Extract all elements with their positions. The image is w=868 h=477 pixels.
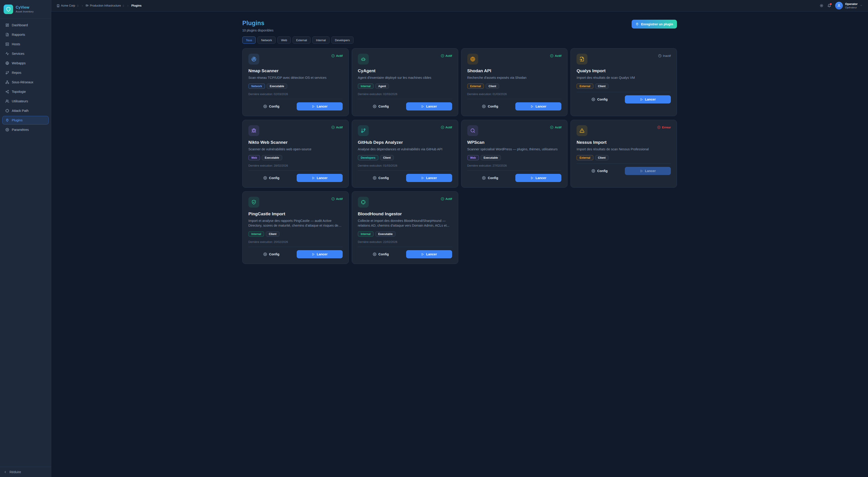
plugin-tag-executable: Executable: [262, 155, 282, 160]
plugin-tag-client: Client: [380, 155, 394, 160]
launch-button[interactable]: Lancer: [625, 95, 671, 103]
launch-button[interactable]: Lancer: [406, 250, 452, 258]
launch-button[interactable]: Lancer: [297, 174, 343, 182]
launch-button[interactable]: Lancer: [515, 102, 561, 110]
report-icon: [5, 33, 9, 36]
launch-button[interactable]: Lancer: [297, 102, 343, 110]
filter-chip-label: External: [296, 38, 307, 42]
app-tagline: Asset Inventory: [16, 10, 34, 13]
config-button[interactable]: Config: [358, 174, 404, 182]
sidebar: CyView Asset Inventory DashboardRapports…: [0, 0, 51, 477]
robot-icon: [361, 57, 366, 62]
filter-chip-web[interactable]: Web: [277, 36, 291, 44]
sidebar-item-repos[interactable]: Repos: [2, 68, 49, 77]
breadcrumb-separator: [127, 4, 129, 7]
config-button[interactable]: Config: [577, 167, 623, 175]
plugin-tags: InternalExecutable: [358, 231, 452, 237]
play-icon: [640, 170, 643, 172]
user-menu[interactable]: Operator Opérateur: [835, 2, 863, 9]
plugin-last-run: Dernière exécution: 01/03/2026: [358, 164, 452, 167]
filter-chip-label: Network: [261, 38, 272, 42]
plugin-status-label: Actif: [445, 197, 452, 201]
config-button[interactable]: Config: [467, 174, 513, 182]
filter-chip-internal[interactable]: Internal: [312, 36, 329, 44]
card-divider: [358, 170, 452, 171]
plugin-tag-client: Client: [595, 155, 609, 160]
plugin-status-label: Actif: [336, 126, 343, 129]
plugin-card-nessus-import: ErreurNessus ImportImport des résultats …: [570, 120, 677, 188]
plugin-card-qualys-import: InactifQualys ImportImport des résultats…: [570, 48, 677, 116]
gear-icon: [373, 105, 376, 108]
plugin-status-badge: Actif: [441, 54, 452, 58]
sidebar-item-topologie[interactable]: Topologie: [2, 88, 49, 96]
sidebar-item-dashboard[interactable]: Dashboard: [2, 21, 49, 29]
plugin-card-wpscan: ActifWPScanScanner spécialisé WordPress …: [461, 120, 568, 188]
launch-button[interactable]: Lancer: [625, 167, 671, 175]
git-branch-icon: [361, 128, 366, 133]
plug-icon: [636, 23, 639, 26]
play-icon: [312, 253, 315, 256]
sidebar-item-label: Repos: [12, 71, 21, 74]
config-button[interactable]: Config: [358, 250, 404, 258]
launch-button[interactable]: Lancer: [297, 250, 343, 258]
sidebar-item-services[interactable]: Services: [2, 49, 49, 58]
play-icon: [312, 177, 315, 179]
sidebar-item-utilisateurs[interactable]: Utilisateurs: [2, 97, 49, 105]
breadcrumb-item-production-infrastructure[interactable]: Production Infrastructure: [86, 4, 125, 7]
filter-chip-network[interactable]: Network: [257, 36, 276, 44]
plugin-description: Scanner spécialisé WordPress — plugins, …: [467, 147, 562, 152]
card-divider: [248, 99, 343, 99]
check-circle-icon: [550, 54, 553, 58]
plugin-name: Nikto Web Scanner: [248, 140, 343, 145]
sidebar-item-attack-path[interactable]: Attack Path: [2, 106, 49, 115]
clock-icon: [658, 54, 661, 58]
page-title: Plugins: [242, 20, 274, 27]
config-button[interactable]: Config: [248, 174, 294, 182]
sidebar-item-sous-reseaux[interactable]: Sous-Réseaux: [2, 78, 49, 87]
plugin-description: Scanner de vulnérabilités web open-sourc…: [248, 147, 343, 152]
sidebar-item-hosts[interactable]: Hosts: [2, 40, 49, 48]
plugin-tag-internal: Internal: [358, 231, 373, 237]
gear-icon: [482, 176, 486, 180]
notifications-button[interactable]: [828, 4, 831, 7]
filter-chip-external[interactable]: External: [292, 36, 311, 44]
app-name: CyView: [16, 5, 34, 10]
breadcrumb-label: Acme Corp: [61, 4, 75, 7]
plugin-status-label: Actif: [555, 126, 561, 129]
plugin-icon-tile: [358, 125, 369, 136]
plugin-name: CyAgent: [358, 68, 452, 73]
sidebar-item-label: Paramètres: [12, 128, 29, 132]
plugin-name: WPScan: [467, 140, 562, 145]
sidebar-item-plugins[interactable]: Plugins: [2, 116, 49, 125]
chevrons-up-down-icon: [76, 4, 79, 7]
breadcrumb-item-acme-corp[interactable]: Acme Corp: [57, 4, 79, 7]
sidebar-item-webapps[interactable]: Webapps: [2, 59, 49, 67]
plugin-tags: WebExecutable: [467, 155, 562, 160]
building-icon: [57, 4, 60, 7]
plugin-tags: ExternalClient: [577, 155, 671, 160]
config-button[interactable]: Config: [248, 250, 294, 258]
config-button[interactable]: Config: [467, 102, 513, 110]
plugin-description: Scan réseau TCP/UDP avec détection OS et…: [248, 75, 343, 80]
plugin-card-github-deps-analyzer: ActifGitHub Deps AnalyzerAnalyse des dép…: [352, 120, 458, 188]
sidebar-item-parametres[interactable]: Paramètres: [2, 126, 49, 134]
user-role: Opérateur: [845, 6, 858, 9]
plugin-tags: WebExecutable: [248, 155, 343, 160]
theme-toggle-button[interactable]: [820, 4, 824, 7]
plugin-tags: ExternalClient: [467, 83, 562, 89]
launch-button[interactable]: Lancer: [406, 102, 452, 110]
config-button[interactable]: Config: [577, 95, 623, 103]
config-button[interactable]: Config: [248, 102, 294, 110]
target-icon: [361, 200, 366, 205]
filter-chip-tous[interactable]: Tous: [242, 36, 256, 44]
plugin-card-cyagent: ActifCyAgentAgent d'inventaire déployé s…: [352, 48, 458, 116]
file-import-icon: [580, 57, 585, 62]
collapse-sidebar-button[interactable]: Réduire: [4, 470, 48, 474]
launch-button[interactable]: Lancer: [515, 174, 561, 182]
launch-button[interactable]: Lancer: [406, 174, 452, 182]
breadcrumb-item-plugins[interactable]: Plugins: [131, 4, 142, 7]
sidebar-item-rapports[interactable]: Rapports: [2, 30, 49, 39]
register-plugin-button[interactable]: Enregistrer un plugin: [631, 20, 677, 29]
config-button[interactable]: Config: [358, 102, 404, 110]
filter-chip-developers[interactable]: Developers: [331, 36, 353, 44]
